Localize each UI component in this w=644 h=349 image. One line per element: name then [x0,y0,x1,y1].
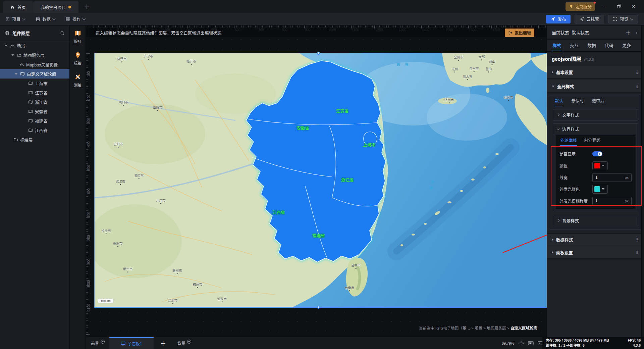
section-data-style[interactable]: 数据样式 ⋮ [547,233,644,246]
subtab-selected[interactable]: 选中后 [592,95,605,106]
province-label: 安徽省 [297,125,309,131]
editor-canvas[interactable]: 1002003004005006007008009001000110012001… [86,26,547,349]
state-header: 当前状态: 默认状态 ＋ › [547,26,644,40]
publish-button[interactable]: 发布 [546,15,571,23]
new-tab-button[interactable]: ＋ [78,0,95,13]
more-dots-icon[interactable]: ⋮ [635,70,639,75]
background-style-section[interactable]: 背景样式 [553,215,638,226]
tab-style[interactable]: 样式 [552,40,561,51]
province-label: 江苏省 [336,108,349,114]
close-button[interactable]: ✕ [628,2,639,11]
city-label: 大邱 [478,54,485,60]
text-style-section[interactable]: 文字样式 [553,109,638,120]
section-basic-settings[interactable]: 基本设置 ⋮ [547,66,644,79]
red-swatch [594,163,600,168]
layers-icon [5,31,10,36]
add-background-icon[interactable]: + [187,340,191,344]
global-style-box: 默认 悬停时 选中后 文字样式 边界样式 外轮廓线 内分界线 是否显示 [550,95,641,230]
tab-project[interactable]: 我的空白项目 [33,1,78,13]
edit-mode-notice: 进入编辑状态会自动隐藏其他组件图层，双击空白区域退出编辑状态 [86,28,547,37]
geojson-map-icon [28,109,33,114]
folder-icon [17,53,21,57]
caret-down-icon[interactable] [11,54,14,56]
caret-down-icon[interactable] [5,45,7,47]
document-icon [5,17,10,21]
component-version: v4.3.6 [584,57,594,61]
subboard-tab[interactable]: 子看板1 [109,337,154,349]
city-label: 济州市 [444,97,454,103]
subtab-default[interactable]: 默认 [555,95,563,106]
menu-data[interactable]: 数据 [30,13,60,25]
collapse-panel-icon[interactable]: › [636,30,637,35]
background-tab[interactable]: 背景 + [173,337,196,349]
tab-interaction[interactable]: 交互 [570,40,579,51]
tree-item-custom-region[interactable]: 自定义区域轮廓 [0,69,69,79]
chevron-right-icon [557,113,559,116]
add-state-button[interactable]: ＋ [625,28,631,37]
show-toggle[interactable] [592,151,602,156]
section-board-settings[interactable]: 面板设置 ⋮ [547,246,644,259]
maximize-button[interactable] [613,2,625,11]
search-icon[interactable] [60,31,65,36]
database-icon [36,17,40,21]
tab-inner-divider[interactable]: 内分界线 [584,135,600,146]
tab-outer-outline[interactable]: 外轮廓线 [560,135,577,146]
foreground-tab[interactable]: 前景 + [86,337,109,349]
geojson-map-icon [20,71,25,76]
tab-data[interactable]: 数据 [587,40,596,51]
border-style-header[interactable]: 边界样式 [553,123,638,134]
tree-item-jiangsu[interactable]: 江苏省 [0,88,69,97]
tree-item-fujian[interactable]: 福建省 [0,116,69,126]
gis-map-component[interactable]: 江苏省安徽省上海市浙江省江西省福建省 菏泽市济宁市临沂市周口市阜阳市信阳市黄冈市… [95,53,547,307]
add-foreground-icon[interactable]: + [101,340,105,344]
more-dots-icon[interactable]: ⋮ [635,84,639,89]
tab-home[interactable]: 首页 [3,1,33,13]
tool-service[interactable]: 服务 [74,30,82,44]
menu-action[interactable]: 操作 [60,13,91,25]
tab-more[interactable]: 更多 [622,40,631,51]
tree-item-plot-layer[interactable]: 标绘层 [0,135,69,144]
tree-item-mapbox[interactable]: Mapbox矢量影像 [0,60,69,69]
tree-item-shanghai[interactable]: 上海市 [0,79,69,88]
city-label: 汕头市 [217,296,227,302]
fit-view-icon[interactable] [518,341,524,346]
glow-blur-input[interactable]: 1 px [592,197,632,205]
outline-color-picker[interactable] [592,161,608,170]
tool-measure[interactable]: 测绘 [74,73,82,88]
zoom-level[interactable]: 69.79% [502,341,514,345]
shortcut-keyboard-icon[interactable] [528,341,534,346]
tab-code[interactable]: 代码 [605,40,613,51]
tool-plot[interactable]: 标绘 [74,51,82,66]
tree-item-zhejiang[interactable]: 浙江省 [0,97,69,107]
minimize-button[interactable]: — [598,2,610,11]
tree-item-map-service-layer[interactable]: 地图服务层 [0,50,69,60]
map-toolstrip: 服务 标绘 测绘 [70,26,86,349]
section-global-style[interactable]: 全局样式 ⋮ [547,80,644,93]
tree-item-anhui[interactable]: 安徽省 [0,107,69,116]
selection-handle-bottom[interactable] [317,306,320,309]
city-label: 九江市 [156,198,166,204]
glow-color-picker[interactable] [592,185,608,194]
cloud-hosting-button[interactable]: 云托管 [575,15,604,23]
cyan-swatch [594,186,600,192]
paper-plane-icon [551,17,555,21]
city-label: 济宁市 [144,54,153,60]
subtab-hover[interactable]: 悬停时 [571,95,584,106]
add-board-button[interactable]: ＋ [154,337,173,349]
geojson-map-icon [28,128,33,133]
caret-down-icon[interactable] [15,73,17,75]
line-width-input[interactable]: 1 px [592,173,632,182]
chevron-down-icon [557,127,559,130]
selection-handle-top[interactable] [317,52,320,55]
province-label: 上海市 [363,142,376,148]
menu-project[interactable]: 项目 [0,13,30,25]
preview-button[interactable]: 预览 [608,15,638,23]
more-dots-icon[interactable]: ⋮ [635,237,639,242]
exit-edit-button[interactable]: 退出编辑 [505,29,534,37]
tab-home-label: 首页 [17,4,26,10]
tree-item-scene[interactable]: 场景 [0,41,69,50]
more-dots-icon[interactable]: ⋮ [635,250,639,255]
diamond-icon [569,4,574,9]
custom-service-button[interactable]: 定制服务 [566,2,595,11]
tree-item-jiangxi[interactable]: 江西省 [0,126,69,135]
